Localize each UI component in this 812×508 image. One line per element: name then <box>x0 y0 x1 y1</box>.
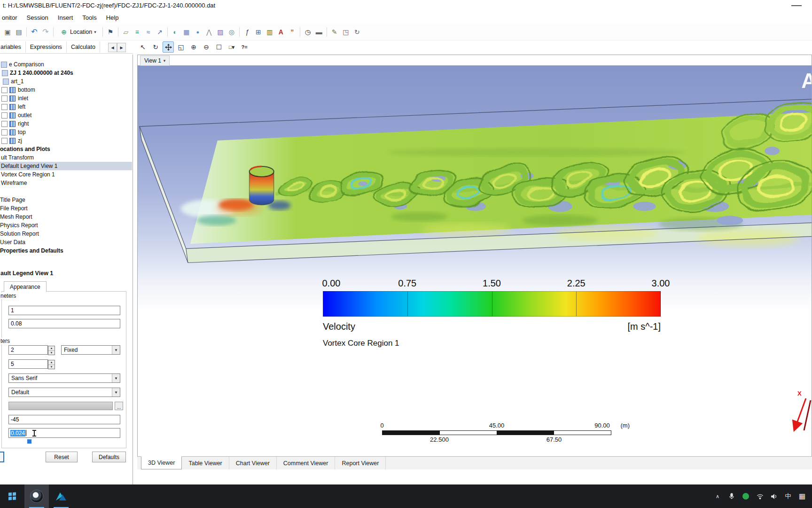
selection-handle[interactable] <box>27 439 31 444</box>
taskbar-app-workbench[interactable] <box>49 484 73 508</box>
tree-item-inlet[interactable]: inlet <box>0 94 132 103</box>
tree-item-case[interactable]: ZJ 1 240.000000 at 240s <box>0 69 132 77</box>
apply-button-fragment[interactable] <box>0 452 4 462</box>
tab-3d-viewer[interactable]: 3D Viewer <box>141 456 182 469</box>
print-icon[interactable]: ▤ <box>14 27 24 37</box>
tab-table-viewer[interactable]: Table Viewer <box>182 457 229 469</box>
tree-item-solution-report[interactable]: Solution Report <box>0 230 132 238</box>
value-ticks-spinner[interactable]: ▲▼ <box>48 360 55 369</box>
probe-flag-icon[interactable]: ⚑ <box>105 27 116 37</box>
tab-calculators[interactable]: Calculato <box>67 41 100 53</box>
visibility-checkbox[interactable] <box>1 121 8 127</box>
text-height-field[interactable]: 0.024 <box>8 428 120 438</box>
visibility-checkbox[interactable] <box>1 112 8 119</box>
tray-ime-indicator[interactable]: 中 <box>781 484 795 508</box>
vector-icon[interactable]: ↗ <box>155 27 165 37</box>
menu-monitor[interactable]: onitor <box>0 12 22 23</box>
precision-mode-dropdown[interactable]: Fixed ▼ <box>61 345 120 355</box>
turbo-surface-icon[interactable]: ◎ <box>226 27 237 37</box>
animation-icon[interactable]: ▬ <box>314 27 324 37</box>
reset-button[interactable]: Reset <box>46 452 78 462</box>
tray-touch-keyboard-icon[interactable]: ▦ <box>795 484 809 508</box>
tab-comment-viewer[interactable]: Comment Viewer <box>277 457 336 469</box>
isosurface-icon[interactable]: ◐ <box>170 27 180 37</box>
minimize-button[interactable] <box>791 5 802 6</box>
tray-green-app-icon[interactable] <box>739 484 753 508</box>
volume-rendering-icon[interactable]: ▦ <box>181 27 192 37</box>
fit-view-icon[interactable]: ☐ <box>213 41 225 53</box>
tree-item-properties-and-defaults[interactable]: Properties and Defaults <box>0 246 132 255</box>
tree-item-user-data[interactable]: User Data <box>0 238 132 246</box>
tree-item-physics-report[interactable]: Physics Report <box>0 221 132 230</box>
tree-item-zj[interactable]: zj <box>0 136 132 145</box>
text-label-icon[interactable]: A <box>276 27 286 37</box>
menu-insert[interactable]: Insert <box>53 12 78 23</box>
tree-item-left[interactable]: left <box>0 103 132 111</box>
visibility-checkbox[interactable] <box>1 104 8 110</box>
comment-icon[interactable]: ” <box>287 27 297 37</box>
spin-up-icon[interactable]: ▲ <box>48 360 55 365</box>
point-icon[interactable]: ● <box>193 27 203 37</box>
streamline-icon[interactable]: ≈ <box>143 27 154 37</box>
size-field[interactable] <box>8 306 120 315</box>
zoom-box-icon[interactable]: ◱ <box>175 41 187 53</box>
tree-item-vortex-core-region[interactable]: Vortex Core Region 1 <box>0 170 132 179</box>
tree-item-title-page[interactable]: Title Page <box>0 196 132 204</box>
visibility-checkbox[interactable] <box>1 129 8 135</box>
tree-item-part[interactable]: art_1 <box>0 77 132 86</box>
new-view-icon[interactable]: ◳ <box>341 27 351 37</box>
tab-expressions[interactable]: Expressions <box>26 41 67 53</box>
defaults-button[interactable]: Defaults <box>92 452 126 462</box>
undo-icon[interactable]: ↶ <box>29 27 39 37</box>
scene-3d[interactable]: A 0.00 0.75 1.50 2.25 3.00 Velocity [m s… <box>138 65 812 456</box>
visibility-checkbox[interactable] <box>1 87 8 93</box>
spin-down-icon[interactable]: ▼ <box>48 351 55 355</box>
tree-item-mesh-report[interactable]: Mesh Report <box>0 213 132 221</box>
taskbar-app-cfdpost[interactable] <box>24 484 49 508</box>
pencil-icon[interactable]: ✎ <box>329 27 340 37</box>
table-icon[interactable]: ⊞ <box>253 27 264 37</box>
select-icon[interactable]: ↖ <box>137 41 148 53</box>
surface-group-icon[interactable]: ▨ <box>215 27 226 37</box>
aspect-field[interactable] <box>8 319 120 328</box>
polyline-icon[interactable]: ⋀ <box>204 27 214 37</box>
tree-item-top[interactable]: top <box>0 128 132 136</box>
tree-item-default-transform[interactable]: ult Transform <box>0 153 132 162</box>
location-dropdown[interactable]: ⊕ Location ▾ <box>56 27 100 37</box>
tray-network-icon[interactable] <box>753 484 767 508</box>
snapshot-icon[interactable]: ▣ <box>2 27 13 37</box>
contour-icon[interactable]: ≡ <box>132 27 142 37</box>
tree-item-right[interactable]: right <box>0 119 132 128</box>
tree-item-wireframe[interactable]: Wireframe <box>0 179 132 187</box>
tree-item-outlet[interactable]: outlet <box>0 111 132 119</box>
spin-down-icon[interactable]: ▼ <box>48 365 55 369</box>
color-mode-dropdown[interactable]: Default ▼ <box>8 388 120 397</box>
zoom-in-icon[interactable]: ⊕ <box>188 41 199 53</box>
value-ticks-field[interactable] <box>8 359 48 369</box>
render-options-icon[interactable]: □▾ <box>226 41 237 53</box>
visibility-checkbox[interactable] <box>1 95 8 102</box>
font-dropdown[interactable]: Sans Serif ▼ <box>8 373 120 383</box>
pan-icon[interactable] <box>163 41 174 53</box>
tree-item-locations-and-plots[interactable]: ocations and Plots <box>0 145 132 153</box>
plane-icon[interactable]: ▱ <box>121 27 131 37</box>
tab-appearance[interactable]: Appearance <box>4 281 47 292</box>
sync-views-icon[interactable]: ↻ <box>352 27 362 37</box>
tree-item-case-comparison[interactable]: e Comparison <box>0 60 132 69</box>
start-button[interactable] <box>0 484 24 508</box>
redo-icon[interactable]: ↷ <box>40 27 51 37</box>
tab-variables[interactable]: ariables <box>0 41 26 53</box>
spin-up-icon[interactable]: ▲ <box>48 346 55 351</box>
menu-help[interactable]: Help <box>102 12 124 23</box>
tray-chevron-up-icon[interactable]: ∧ <box>710 484 725 508</box>
chart-icon[interactable]: ▥ <box>265 27 275 37</box>
timestep-selector-icon[interactable]: ◷ <box>303 27 313 37</box>
tree-item-bottom[interactable]: bottom <box>0 86 132 94</box>
tray-mic-icon[interactable] <box>725 484 739 508</box>
text-rotation-field[interactable] <box>8 415 120 424</box>
expression-icon[interactable]: ƒ <box>242 27 252 37</box>
tab-scroll-left-button[interactable]: ◀ <box>108 43 117 52</box>
menu-tools[interactable]: Tools <box>78 12 101 23</box>
view-selector[interactable]: View 1 ▾ <box>140 56 170 66</box>
probe-what-icon[interactable]: ?= <box>239 41 250 53</box>
